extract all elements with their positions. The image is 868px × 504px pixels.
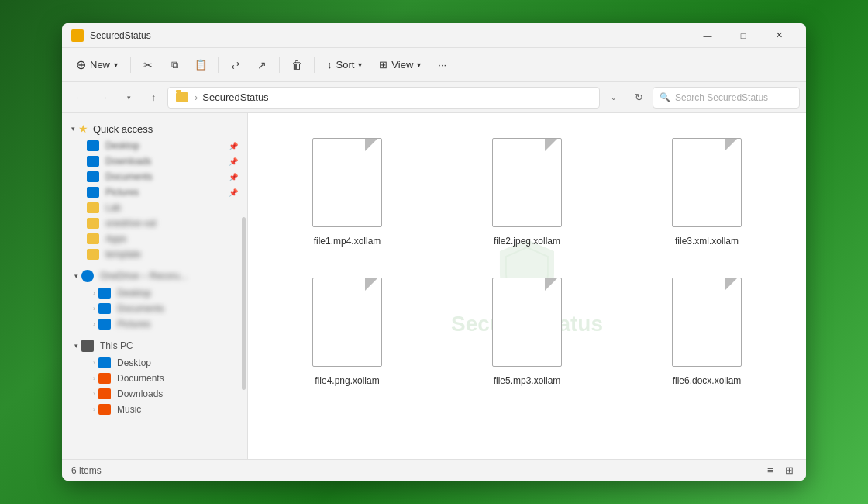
file-name-5: file5.mp3.xollam (494, 375, 561, 386)
quick-access-header[interactable]: ▾ ★ Quick access (65, 119, 244, 138)
dropdown-history-button[interactable]: ▾ (118, 87, 140, 109)
sidebar-item-od-pictures[interactable]: › Pictures (65, 316, 244, 332)
sidebar-item-pc-downloads[interactable]: › Downloads (65, 386, 244, 402)
file-corner-fold-6 (725, 278, 737, 291)
sidebar-item-desktop[interactable]: Desktop 📌 (65, 138, 244, 154)
sidebar-item-pictures[interactable]: Pictures 📌 (65, 185, 244, 200)
sidebar-item-lab[interactable]: Lab (65, 200, 244, 216)
path-dropdown-icon: ⌄ (611, 94, 617, 102)
sidebar-item-apps[interactable]: Apps (65, 231, 244, 247)
pc-music-label: Music (117, 404, 238, 415)
od-documents-icon (98, 303, 111, 314)
details-view-icon: ≡ (767, 464, 773, 476)
search-box[interactable]: 🔍 Search SecuredStatus (653, 87, 800, 109)
pin-icon-documents: 📌 (229, 173, 238, 181)
maximize-button[interactable]: □ (725, 23, 761, 48)
pc-downloads-icon (98, 388, 111, 399)
thispc-header[interactable]: ▾ This PC (65, 337, 244, 355)
sidebar-item-pc-documents[interactable]: › Documents (65, 371, 244, 386)
back-button[interactable]: ← (68, 87, 90, 109)
apps-label: Apps (105, 233, 238, 244)
file-name-4: file4.png.xollam (315, 375, 379, 386)
share-icon: ↗ (257, 59, 267, 71)
file-item-2[interactable]: file2.jpeg.xollam (446, 132, 608, 253)
sidebar-item-od-documents[interactable]: › Documents (65, 301, 244, 316)
back-icon: ← (74, 92, 84, 103)
file-corner-fold-1 (365, 139, 377, 151)
title-bar-controls: — □ ✕ (690, 23, 797, 48)
sidebar: ▾ ★ Quick access Desktop 📌 Downloads 📌 D… (62, 113, 248, 459)
sidebar-item-documents[interactable]: Documents 📌 (65, 169, 244, 185)
onedrive-header[interactable]: ▾ OneDrive – Recoru... (65, 267, 244, 285)
sidebar-item-downloads[interactable]: Downloads 📌 (65, 154, 244, 169)
more-button[interactable]: ··· (430, 53, 454, 78)
view-button[interactable]: ⊞ View ▾ (371, 53, 429, 78)
pin-icon-pictures: 📌 (229, 188, 238, 197)
dropdown-history-icon: ▾ (127, 94, 131, 102)
path-dropdown-button[interactable]: ⌄ (603, 87, 625, 109)
file-item-1[interactable]: file1.mp4.xollam (267, 132, 428, 253)
up-button[interactable]: ↑ (143, 87, 164, 109)
status-bar: 6 items ≡ ⊞ (62, 459, 806, 481)
forward-button[interactable]: → (93, 87, 115, 109)
address-path[interactable]: › SecuredStatus (167, 87, 600, 109)
sidebar-item-pc-music[interactable]: › Music (65, 402, 244, 417)
files-grid: file1.mp4.xollam file2.jpeg.xollam (260, 126, 794, 399)
od-desktop-label: Desktop (117, 288, 151, 299)
sort-button[interactable]: ↕ Sort ▾ (319, 53, 370, 78)
file-name-1: file1.mp4.xollam (314, 236, 381, 247)
paste-icon: 📋 (195, 59, 207, 71)
toolbar-separator-2 (218, 57, 219, 73)
grid-view-button[interactable]: ⊞ (781, 463, 797, 478)
file-item-5[interactable]: file5.mp3.xollam (446, 271, 608, 392)
refresh-button[interactable]: ↻ (628, 87, 649, 109)
desktop-folder-icon (87, 140, 99, 151)
new-button[interactable]: ⊕ New ▾ (68, 53, 126, 78)
sidebar-item-pc-desktop[interactable]: › Desktop (65, 355, 244, 371)
sort-label: Sort (336, 59, 355, 71)
sidebar-item-od-desktop[interactable]: › Desktop (65, 285, 244, 301)
file-icon-2 (488, 138, 566, 231)
documents-folder-icon (87, 171, 99, 182)
desktop-label: Desktop (105, 140, 226, 151)
file-name-3: file3.xml.xollam (675, 236, 739, 247)
file-page-1 (312, 138, 382, 227)
file-item-3[interactable]: file3.xml.xollam (626, 132, 787, 253)
pc-downloads-chevron: › (93, 390, 95, 398)
file-page-6 (672, 278, 742, 367)
minimize-button[interactable]: — (690, 23, 725, 48)
od-pictures-icon (98, 319, 111, 330)
od-desktop-icon (98, 288, 111, 299)
details-view-button[interactable]: ≡ (763, 463, 778, 478)
file-corner-fold-4 (365, 278, 377, 291)
toolbar-separator-3 (279, 57, 280, 73)
apps-folder-icon (87, 233, 99, 244)
delete-button[interactable]: 🗑 (284, 53, 309, 78)
sidebar-item-onedrive-val[interactable]: onedrive-val (65, 216, 244, 231)
pc-documents-icon (98, 373, 111, 384)
paste-button[interactable]: 📋 (188, 53, 213, 78)
copy-button[interactable]: ⧉ (162, 53, 187, 78)
close-button[interactable]: ✕ (761, 23, 797, 48)
od-desktop-chevron: › (93, 289, 95, 297)
move-button[interactable]: ⇄ (223, 53, 248, 78)
delete-icon: 🗑 (291, 59, 302, 71)
file-item-6[interactable]: file6.docx.xollam (626, 271, 787, 392)
refresh-icon: ↻ (635, 91, 643, 103)
sidebar-item-template[interactable]: template (65, 247, 244, 262)
status-view-buttons: ≡ ⊞ (763, 463, 797, 478)
status-item-count: 6 items (71, 465, 102, 476)
file-item-4[interactable]: file4.png.xollam (267, 271, 428, 392)
documents-label: Documents (105, 171, 226, 182)
view-label: View (391, 59, 413, 71)
onedrive-val-folder-icon (87, 218, 99, 229)
toolbar-separator-4 (314, 57, 315, 73)
file-page-5 (492, 278, 562, 367)
thispc-label: This PC (100, 340, 238, 351)
file-icon-5 (488, 278, 566, 371)
share-button[interactable]: ↗ (250, 53, 274, 78)
cut-button[interactable]: ✂ (136, 53, 160, 78)
grid-view-icon: ⊞ (785, 464, 794, 476)
pc-desktop-chevron: › (93, 359, 95, 367)
new-chevron-icon: ▾ (114, 60, 118, 69)
